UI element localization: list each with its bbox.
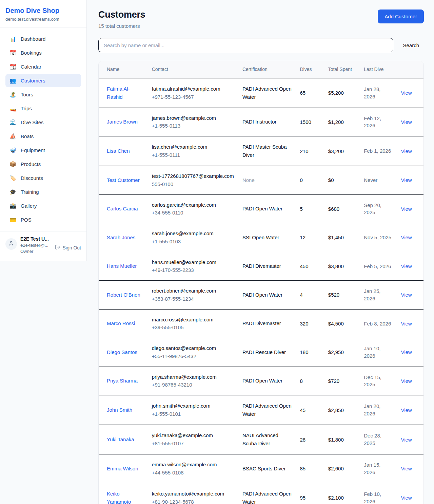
sidebar-item-label: Training <box>21 189 39 195</box>
sidebar-item-gallery[interactable]: 📸 Gallery <box>5 199 81 212</box>
sidebar-item-dashboard[interactable]: 📊 Dashboard <box>5 32 81 45</box>
customer-last-dive: Jan 20, 2026 <box>364 403 380 416</box>
sign-out-button[interactable]: Sign Out <box>55 244 81 251</box>
customer-email: hans.mueller@example.com <box>152 259 234 266</box>
customer-phone: +44-555-0108 <box>152 469 234 477</box>
customer-certification: PADI Advanced Open Water <box>242 403 292 417</box>
view-customer-link[interactable]: View <box>401 321 412 326</box>
search-input[interactable] <box>98 38 393 52</box>
total-customers-count: 15 total customers <box>98 23 145 29</box>
customer-email: fatima.alrashid@example.com <box>152 85 234 93</box>
customer-name-link[interactable]: James Brown <box>107 118 138 126</box>
customer-email: test-1772681807767@example.com <box>152 172 234 180</box>
customer-phone: +1-555-0103 <box>152 238 234 245</box>
customer-certification: None <box>242 177 255 183</box>
customer-name-link[interactable]: John Smith <box>107 406 132 414</box>
user-email: e2e-tester@... <box>20 243 52 248</box>
view-customer-link[interactable]: View <box>401 206 412 212</box>
view-customer-link[interactable]: View <box>401 378 412 384</box>
shop-header: Demo Dive Shop demo.test.divestreams.com <box>0 0 86 27</box>
customer-name-link[interactable]: Carlos Garcia <box>107 205 138 213</box>
customer-name-link[interactable]: Lisa Chen <box>107 147 130 155</box>
customer-phone: +1-555-0101 <box>152 410 234 418</box>
sidebar-item-trips[interactable]: 🚤 Trips <box>5 102 81 115</box>
view-customer-link[interactable]: View <box>401 177 412 183</box>
column-header-last-dive: Last Dive <box>360 61 397 78</box>
table-row: Fatima Al-Rashid fatima.alrashid@example… <box>99 78 423 108</box>
sidebar-item-bookings[interactable]: 📅 Bookings <box>5 46 81 59</box>
column-header-dives: Dives <box>296 61 324 78</box>
customer-name-link[interactable]: Yuki Tanaka <box>107 435 134 444</box>
view-customer-link[interactable]: View <box>401 263 412 269</box>
customer-certification: SSI Open Water <box>242 235 279 240</box>
customer-name-link[interactable]: Marco Rossi <box>107 319 135 328</box>
customer-name-link[interactable]: Fatima Al-Rashid <box>107 85 144 101</box>
sidebar-item-calendar[interactable]: 📆 Calendar <box>5 60 81 73</box>
sidebar-item-training[interactable]: 🎓 Training <box>5 185 81 199</box>
view-customer-link[interactable]: View <box>401 437 412 443</box>
sidebar-item-label: Discounts <box>21 175 43 181</box>
customer-email: keiko.yamamoto@example.com <box>152 490 234 498</box>
customer-dives: 95 <box>300 495 306 501</box>
customer-dives: 210 <box>300 148 309 154</box>
table-row: Carlos Garcia carlos.garcia@example.com … <box>99 194 423 223</box>
customer-dives: 180 <box>300 349 309 355</box>
customer-phone: +91-98765-43210 <box>152 381 234 389</box>
customer-name-link[interactable]: Priya Sharma <box>107 377 138 385</box>
view-customer-link[interactable]: View <box>401 148 412 154</box>
customer-dives: 12 <box>300 235 306 240</box>
customer-email: priya.sharma@example.com <box>152 373 234 381</box>
sidebar-item-pos[interactable]: 💳 POS <box>5 213 81 226</box>
person-icon <box>8 240 14 248</box>
search-row: Search <box>98 38 424 52</box>
customer-name-link[interactable]: Keiko Yamamoto <box>107 490 144 504</box>
column-header-contact: Contact <box>148 61 238 78</box>
customer-last-dive: Nov 5, 2025 <box>364 235 391 240</box>
sidebar-item-customers[interactable]: 👥 Customers <box>5 74 81 87</box>
customer-total-spent: $3,200 <box>328 148 344 154</box>
pos-icon: 💳 <box>9 217 16 223</box>
customer-total-spent: $720 <box>328 378 339 384</box>
sidebar-nav: 📊 Dashboard 📅 Bookings 📆 Calendar 👥 Cust… <box>0 27 86 231</box>
customer-name-link[interactable]: Emma Wilson <box>107 465 138 473</box>
customer-name-link[interactable]: Diego Santos <box>107 348 137 356</box>
sidebar-item-dive-sites[interactable]: 🌊 Dive Sites <box>5 116 81 129</box>
table-row: Keiko Yamamoto keiko.yamamoto@example.co… <box>99 483 423 504</box>
customer-name-link[interactable]: Sarah Jones <box>107 234 135 242</box>
view-customer-link[interactable]: View <box>401 466 412 471</box>
customer-total-spent: $2,950 <box>328 349 344 355</box>
add-customer-button[interactable]: Add Customer <box>378 10 424 23</box>
customer-certification: PADI Divemaster <box>242 320 281 326</box>
customer-certification: PADI Open Water <box>242 292 282 298</box>
customer-total-spent: $3,800 <box>328 263 344 269</box>
sidebar-item-products[interactable]: 📦 Products <box>5 157 81 171</box>
view-customer-link[interactable]: View <box>401 292 412 298</box>
customer-phone: +353-87-555-1234 <box>152 295 234 303</box>
sidebar-item-label: Trips <box>21 106 32 111</box>
customer-phone: +81-555-0107 <box>152 440 234 447</box>
customer-name-link[interactable]: Hans Mueller <box>107 262 137 270</box>
customer-name-link[interactable]: Robert O'Brien <box>107 291 140 299</box>
customer-email: yuki.tanaka@example.com <box>152 432 234 439</box>
sidebar-item-label: Boats <box>21 133 34 139</box>
customer-email: emma.wilson@example.com <box>152 461 234 468</box>
customer-name-link[interactable]: Test Customer <box>107 176 140 184</box>
view-customer-link[interactable]: View <box>401 349 412 355</box>
sidebar-item-label: Tours <box>21 92 33 97</box>
customer-dives: 65 <box>300 90 306 96</box>
view-customer-link[interactable]: View <box>401 495 412 501</box>
customer-dives: 85 <box>300 466 306 471</box>
view-customer-link[interactable]: View <box>401 90 412 96</box>
customer-phone: +1-555-0113 <box>152 122 234 130</box>
sidebar-item-tours[interactable]: 🏝️ Tours <box>5 88 81 101</box>
customer-last-dive: Jan 25, 2026 <box>364 288 380 301</box>
view-customer-link[interactable]: View <box>401 235 412 240</box>
sidebar-item-discounts[interactable]: 🏷️ Discounts <box>5 171 81 185</box>
sidebar-item-boats[interactable]: ⛵ Boats <box>5 130 81 143</box>
view-customer-link[interactable]: View <box>401 119 412 125</box>
view-customer-link[interactable]: View <box>401 407 412 413</box>
table-header-row: Name Contact Certification Dives Total S… <box>99 61 423 78</box>
customer-total-spent: $2,600 <box>328 466 344 471</box>
search-button[interactable]: Search <box>403 42 419 48</box>
sidebar-item-equipment[interactable]: 🤿 Equipment <box>5 144 81 157</box>
